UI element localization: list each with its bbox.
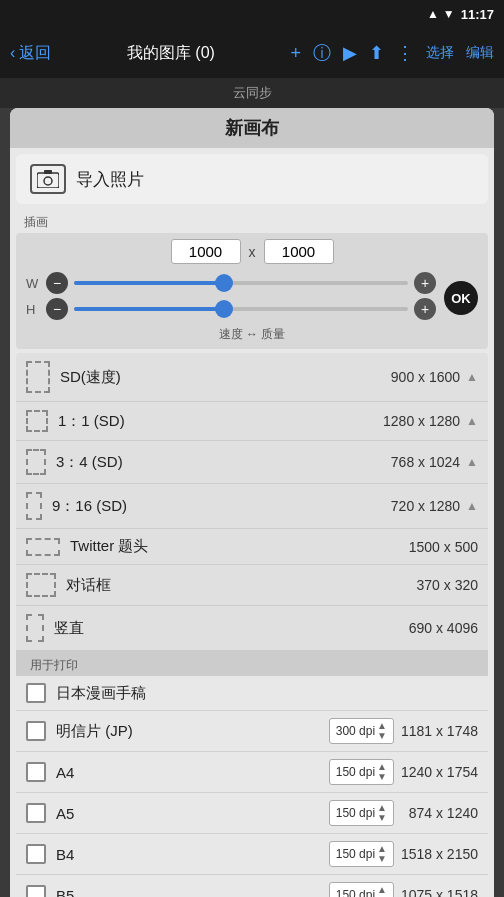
b5-dpi-badge[interactable]: 150 dpi ▲▼	[329, 882, 394, 897]
print-item-a4[interactable]: A4 150 dpi ▲▼ 1240 x 1754	[16, 752, 488, 793]
width-label: W	[26, 276, 40, 291]
preset-size-916sd: 720 x 1280	[391, 498, 460, 514]
preset-name-916sd: 9：16 (SD)	[52, 497, 391, 516]
top-nav: ‹ 返回 我的图库 (0) + ⓘ ▶ ⬆ ⋮ 选择 编辑	[0, 28, 504, 78]
postcard-dpi-arrow[interactable]: ▲▼	[377, 721, 387, 741]
a4-checkbox[interactable]	[26, 762, 46, 782]
preset-item-11sd[interactable]: 1：1 (SD) 1280 x 1280 ▲	[16, 402, 488, 441]
a4-dpi-badge[interactable]: 150 dpi ▲▼	[329, 759, 394, 785]
preset-icon-twitter	[26, 538, 60, 556]
more-icon[interactable]: ⋮	[396, 42, 414, 64]
preset-size-vertical: 690 x 4096	[409, 620, 478, 636]
b4-dpi-arrow[interactable]: ▲▼	[377, 844, 387, 864]
preset-item-916sd[interactable]: 9：16 (SD) 720 x 1280 ▲	[16, 484, 488, 529]
preset-icon-11sd	[26, 410, 48, 432]
signal-icon: ▼	[443, 7, 455, 21]
height-value[interactable]: 1000	[264, 239, 334, 264]
postcard-dpi-badge[interactable]: 300 dpi ▲▼	[329, 718, 394, 744]
print-item-postcard[interactable]: 明信片 (JP) 300 dpi ▲▼ 1181 x 1748	[16, 711, 488, 752]
print-item-b5[interactable]: B5 150 dpi ▲▼ 1075 x 1518	[16, 875, 488, 897]
preset-name-dialog: 对话框	[66, 576, 417, 595]
a5-checkbox[interactable]	[26, 803, 46, 823]
a4-size: 1240 x 1754	[398, 764, 478, 780]
a5-dpi-arrow[interactable]: ▲▼	[377, 803, 387, 823]
b5-dpi-value: 150 dpi	[336, 888, 375, 897]
print-name-a4: A4	[56, 764, 329, 781]
width-decrease-button[interactable]: −	[46, 272, 68, 294]
preset-name-34sd: 3：4 (SD)	[56, 453, 391, 472]
b5-checkbox[interactable]	[26, 885, 46, 897]
svg-rect-2	[44, 170, 52, 174]
add-icon[interactable]: +	[290, 43, 301, 64]
print-name-postcard: 明信片 (JP)	[56, 722, 329, 741]
b4-checkbox[interactable]	[26, 844, 46, 864]
width-slider-row: W − +	[26, 272, 436, 294]
preset-item-dialog[interactable]: 对话框 370 x 320	[16, 565, 488, 606]
print-name-a5: A5	[56, 805, 329, 822]
share-icon[interactable]: ⬆	[369, 42, 384, 64]
print-list: 日本漫画手稿 明信片 (JP) 300 dpi ▲▼ 1181 x 1748 A…	[16, 676, 488, 897]
preset-icon-916sd	[26, 492, 42, 520]
postcard-dpi-value: 300 dpi	[336, 724, 375, 738]
height-decrease-button[interactable]: −	[46, 298, 68, 320]
back-label: 返回	[19, 43, 51, 64]
preset-icon-dialog	[26, 573, 56, 597]
preset-name-vertical: 竖直	[54, 619, 409, 638]
preset-item-vertical[interactable]: 竖直 690 x 4096	[16, 606, 488, 651]
info-icon[interactable]: ⓘ	[313, 41, 331, 65]
print-item-a5[interactable]: A5 150 dpi ▲▼ 874 x 1240	[16, 793, 488, 834]
canvas-size-area: 1000 x 1000 W − + H −	[16, 233, 488, 349]
preset-arrow-sd: ▲	[466, 370, 478, 384]
preset-item-twitter[interactable]: Twitter 题头 1500 x 500	[16, 529, 488, 565]
back-button[interactable]: ‹ 返回	[10, 43, 51, 64]
postcard-size: 1181 x 1748	[398, 723, 478, 739]
preset-size-11sd: 1280 x 1280	[383, 413, 460, 429]
width-slider[interactable]	[74, 281, 408, 285]
height-label: H	[26, 302, 40, 317]
preset-item-34sd[interactable]: 3：4 (SD) 768 x 1024 ▲	[16, 441, 488, 484]
height-slider[interactable]	[74, 307, 408, 311]
print-item-b4[interactable]: B4 150 dpi ▲▼ 1518 x 2150	[16, 834, 488, 875]
b4-size: 1518 x 2150	[398, 846, 478, 862]
width-value[interactable]: 1000	[171, 239, 241, 264]
status-bar: ▲ ▼ 11:17	[0, 0, 504, 28]
a5-dpi-value: 150 dpi	[336, 806, 375, 820]
a5-dpi-badge[interactable]: 150 dpi ▲▼	[329, 800, 394, 826]
nav-title: 我的图库 (0)	[59, 43, 282, 64]
cloud-sync-bar: 云同步	[0, 78, 504, 108]
height-slider-row: H − +	[26, 298, 436, 320]
print-name-b5: B5	[56, 887, 329, 898]
a4-dpi-arrow[interactable]: ▲▼	[377, 762, 387, 782]
b5-size: 1075 x 1518	[398, 887, 478, 897]
print-item-manga[interactable]: 日本漫画手稿	[16, 676, 488, 711]
preset-icon-sd	[26, 361, 50, 393]
nav-actions: + ⓘ ▶ ⬆ ⋮ 选择 编辑	[290, 41, 494, 65]
preset-size-sd: 900 x 1600	[391, 369, 460, 385]
svg-point-1	[44, 177, 52, 185]
canvas-ok-button[interactable]: OK	[444, 281, 478, 315]
cloud-sync-label: 云同步	[233, 84, 272, 102]
speed-quality-label: 速度 ↔ 质量	[26, 326, 478, 343]
width-increase-button[interactable]: +	[414, 272, 436, 294]
import-label: 导入照片	[76, 168, 144, 191]
preset-size-twitter: 1500 x 500	[409, 539, 478, 555]
play-icon[interactable]: ▶	[343, 42, 357, 64]
height-increase-button[interactable]: +	[414, 298, 436, 320]
preset-name-sd: SD(速度)	[60, 368, 391, 387]
import-photo-section[interactable]: 导入照片	[16, 154, 488, 204]
back-arrow-icon: ‹	[10, 44, 15, 62]
manga-checkbox[interactable]	[26, 683, 46, 703]
edit-label[interactable]: 编辑	[466, 44, 494, 62]
canvas-section-label: 插画	[10, 210, 494, 233]
preset-arrow-11sd: ▲	[466, 414, 478, 428]
b5-dpi-arrow[interactable]: ▲▼	[377, 885, 387, 897]
preset-item-sd[interactable]: SD(速度) 900 x 1600 ▲	[16, 353, 488, 402]
preset-list: SD(速度) 900 x 1600 ▲ 1：1 (SD) 1280 x 1280…	[16, 353, 488, 651]
b4-dpi-badge[interactable]: 150 dpi ▲▼	[329, 841, 394, 867]
print-name-b4: B4	[56, 846, 329, 863]
preset-size-dialog: 370 x 320	[417, 577, 479, 593]
preset-name-11sd: 1：1 (SD)	[58, 412, 383, 431]
postcard-checkbox[interactable]	[26, 721, 46, 741]
select-label[interactable]: 选择	[426, 44, 454, 62]
status-icons: ▲ ▼	[427, 7, 455, 21]
